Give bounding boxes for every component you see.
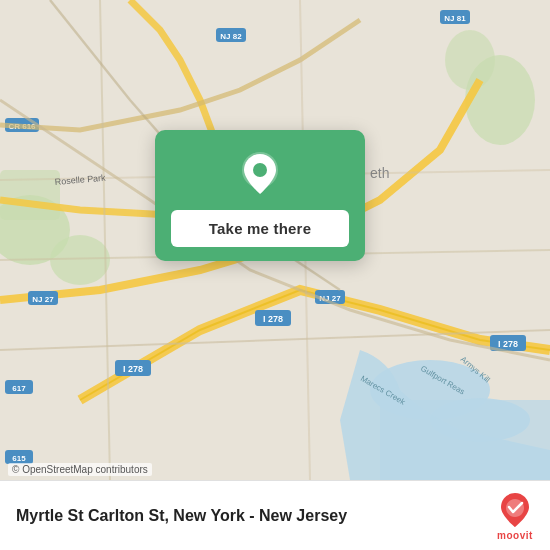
svg-text:I 278: I 278 [123,364,143,374]
svg-text:NJ 27: NJ 27 [32,295,54,304]
bottom-bar: Myrtle St Carlton St, New York - New Jer… [0,480,550,550]
moovit-logo: moovit [496,491,534,541]
svg-point-37 [253,163,267,177]
pin-icon [234,148,286,200]
svg-point-8 [445,30,495,90]
svg-text:eth: eth [370,165,389,181]
svg-text:I 278: I 278 [498,339,518,349]
app: I 278 I 278 I 278 NJ 27 NJ 27 NJ 82 NJ 2… [0,0,550,550]
svg-text:NJ 81: NJ 81 [444,14,466,23]
moovit-icon [496,491,534,529]
svg-rect-3 [380,400,550,480]
location-text-container: Myrtle St Carlton St, New York - New Jer… [16,507,486,525]
svg-text:NJ 82: NJ 82 [220,32,242,41]
location-name: Myrtle St Carlton St, New York - New Jer… [16,507,486,525]
map-container: I 278 I 278 I 278 NJ 27 NJ 27 NJ 82 NJ 2… [0,0,550,480]
moovit-text: moovit [497,530,533,541]
svg-point-5 [50,235,110,285]
svg-rect-6 [0,170,60,220]
svg-text:I 278: I 278 [263,314,283,324]
take-me-there-button[interactable]: Take me there [171,210,349,247]
location-card: Take me there [155,130,365,261]
svg-text:615: 615 [12,454,26,463]
osm-map-credit: © OpenStreetMap contributors [8,463,152,476]
svg-text:617: 617 [12,384,26,393]
